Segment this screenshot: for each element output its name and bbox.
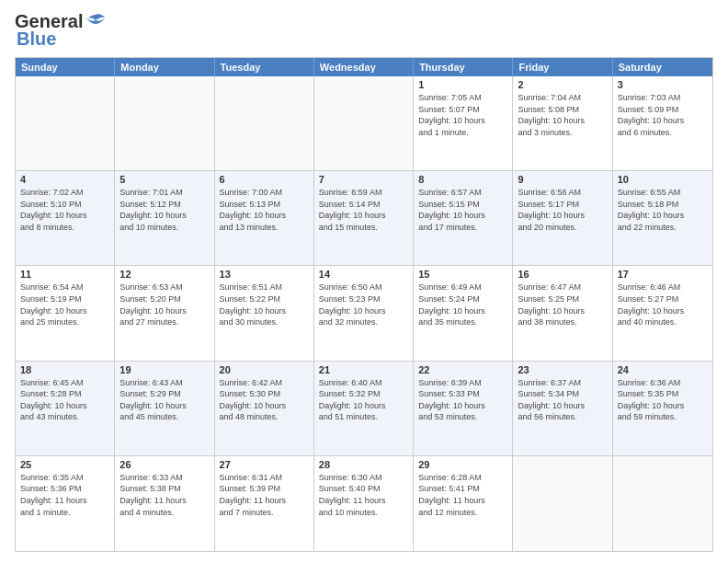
day-number: 28 xyxy=(319,459,408,470)
calendar-cell: 5Sunrise: 7:01 AM Sunset: 5:12 PM Daylig… xyxy=(115,171,214,265)
day-number: 22 xyxy=(418,364,507,375)
day-info: Sunrise: 6:49 AM Sunset: 5:24 PM Dayligh… xyxy=(418,282,507,327)
calendar-cell: 27Sunrise: 6:31 AM Sunset: 5:39 PM Dayli… xyxy=(215,456,314,551)
day-number: 9 xyxy=(518,174,607,185)
logo-blue: Blue xyxy=(17,29,56,50)
calendar-row: 25Sunrise: 6:35 AM Sunset: 5:36 PM Dayli… xyxy=(16,456,712,551)
day-info: Sunrise: 6:35 AM Sunset: 5:36 PM Dayligh… xyxy=(20,472,109,518)
day-number: 26 xyxy=(119,459,209,470)
day-info: Sunrise: 6:31 AM Sunset: 5:39 PM Dayligh… xyxy=(220,472,309,518)
day-info: Sunrise: 6:59 AM Sunset: 5:14 PM Dayligh… xyxy=(319,187,408,233)
day-info: Sunrise: 6:47 AM Sunset: 5:25 PM Dayligh… xyxy=(518,282,607,327)
day-number: 27 xyxy=(220,459,309,470)
day-number: 6 xyxy=(220,174,309,185)
header: General Blue xyxy=(15,11,713,50)
weekday-header: Wednesday xyxy=(314,58,414,76)
calendar-cell: 11Sunrise: 6:54 AM Sunset: 5:19 PM Dayli… xyxy=(16,266,115,360)
calendar-cell: 29Sunrise: 6:28 AM Sunset: 5:41 PM Dayli… xyxy=(414,456,513,551)
day-info: Sunrise: 6:28 AM Sunset: 5:41 PM Dayligh… xyxy=(418,472,507,518)
day-number: 5 xyxy=(119,174,209,185)
calendar-cell xyxy=(16,76,115,170)
calendar-cell: 20Sunrise: 6:42 AM Sunset: 5:30 PM Dayli… xyxy=(215,362,314,455)
calendar-cell: 7Sunrise: 6:59 AM Sunset: 5:14 PM Daylig… xyxy=(314,171,414,265)
day-info: Sunrise: 7:04 AM Sunset: 5:08 PM Dayligh… xyxy=(518,92,607,138)
day-number: 25 xyxy=(20,459,109,470)
day-number: 24 xyxy=(618,364,708,375)
calendar-cell: 6Sunrise: 7:00 AM Sunset: 5:13 PM Daylig… xyxy=(215,171,314,265)
day-info: Sunrise: 6:37 AM Sunset: 5:34 PM Dayligh… xyxy=(518,377,607,423)
day-info: Sunrise: 6:33 AM Sunset: 5:38 PM Dayligh… xyxy=(119,472,209,518)
weekday-header: Sunday xyxy=(16,58,115,76)
calendar-cell xyxy=(613,456,712,551)
calendar-cell xyxy=(115,76,214,170)
calendar-cell xyxy=(215,76,314,170)
day-info: Sunrise: 6:45 AM Sunset: 5:28 PM Dayligh… xyxy=(20,377,109,423)
weekday-header: Friday xyxy=(513,58,612,76)
day-info: Sunrise: 6:40 AM Sunset: 5:32 PM Dayligh… xyxy=(319,377,408,423)
day-info: Sunrise: 6:53 AM Sunset: 5:20 PM Dayligh… xyxy=(119,282,209,327)
calendar-row: 4Sunrise: 7:02 AM Sunset: 5:10 PM Daylig… xyxy=(16,171,712,266)
day-number: 21 xyxy=(319,364,408,375)
day-info: Sunrise: 6:51 AM Sunset: 5:22 PM Dayligh… xyxy=(220,282,309,327)
calendar-cell: 21Sunrise: 6:40 AM Sunset: 5:32 PM Dayli… xyxy=(314,362,414,455)
weekday-header: Monday xyxy=(115,58,214,76)
calendar-cell: 4Sunrise: 7:02 AM Sunset: 5:10 PM Daylig… xyxy=(16,171,115,265)
day-number: 16 xyxy=(518,269,607,280)
day-number: 4 xyxy=(20,174,109,185)
calendar-cell: 28Sunrise: 6:30 AM Sunset: 5:40 PM Dayli… xyxy=(314,456,414,551)
calendar-row: 1Sunrise: 7:05 AM Sunset: 5:07 PM Daylig… xyxy=(16,76,712,171)
weekday-header: Saturday xyxy=(613,58,712,76)
day-info: Sunrise: 6:50 AM Sunset: 5:23 PM Dayligh… xyxy=(319,282,408,327)
day-number: 17 xyxy=(618,269,708,280)
calendar-cell xyxy=(513,456,612,551)
calendar-row: 18Sunrise: 6:45 AM Sunset: 5:28 PM Dayli… xyxy=(16,362,712,456)
day-info: Sunrise: 6:57 AM Sunset: 5:15 PM Dayligh… xyxy=(418,187,507,233)
weekday-header: Tuesday xyxy=(215,58,314,76)
day-info: Sunrise: 6:55 AM Sunset: 5:18 PM Dayligh… xyxy=(618,187,708,233)
calendar-cell xyxy=(314,76,414,170)
calendar-cell: 26Sunrise: 6:33 AM Sunset: 5:38 PM Dayli… xyxy=(115,456,214,551)
calendar-cell: 23Sunrise: 6:37 AM Sunset: 5:34 PM Dayli… xyxy=(513,362,612,455)
day-info: Sunrise: 6:36 AM Sunset: 5:35 PM Dayligh… xyxy=(618,377,708,423)
day-info: Sunrise: 7:05 AM Sunset: 5:07 PM Dayligh… xyxy=(418,92,507,138)
calendar-cell: 15Sunrise: 6:49 AM Sunset: 5:24 PM Dayli… xyxy=(414,266,513,360)
calendar-cell: 12Sunrise: 6:53 AM Sunset: 5:20 PM Dayli… xyxy=(115,266,214,360)
day-number: 15 xyxy=(418,269,507,280)
day-info: Sunrise: 6:46 AM Sunset: 5:27 PM Dayligh… xyxy=(618,282,708,327)
day-info: Sunrise: 6:30 AM Sunset: 5:40 PM Dayligh… xyxy=(319,472,408,518)
calendar-cell: 18Sunrise: 6:45 AM Sunset: 5:28 PM Dayli… xyxy=(16,362,115,455)
calendar-cell: 9Sunrise: 6:56 AM Sunset: 5:17 PM Daylig… xyxy=(513,171,612,265)
day-info: Sunrise: 6:39 AM Sunset: 5:33 PM Dayligh… xyxy=(418,377,507,423)
day-number: 12 xyxy=(119,269,209,280)
calendar-cell: 2Sunrise: 7:04 AM Sunset: 5:08 PM Daylig… xyxy=(513,76,612,170)
calendar-cell: 14Sunrise: 6:50 AM Sunset: 5:23 PM Dayli… xyxy=(314,266,414,360)
day-info: Sunrise: 7:01 AM Sunset: 5:12 PM Dayligh… xyxy=(119,187,209,233)
day-number: 1 xyxy=(418,79,507,90)
day-number: 7 xyxy=(319,174,408,185)
calendar-row: 11Sunrise: 6:54 AM Sunset: 5:19 PM Dayli… xyxy=(16,266,712,361)
calendar-cell: 24Sunrise: 6:36 AM Sunset: 5:35 PM Dayli… xyxy=(613,362,712,455)
day-info: Sunrise: 6:43 AM Sunset: 5:29 PM Dayligh… xyxy=(119,377,209,423)
calendar-cell: 17Sunrise: 6:46 AM Sunset: 5:27 PM Dayli… xyxy=(613,266,712,360)
day-info: Sunrise: 7:02 AM Sunset: 5:10 PM Dayligh… xyxy=(20,187,109,233)
day-info: Sunrise: 6:56 AM Sunset: 5:17 PM Dayligh… xyxy=(518,187,607,233)
bird-icon xyxy=(85,13,107,31)
day-number: 3 xyxy=(618,79,708,90)
calendar-cell: 13Sunrise: 6:51 AM Sunset: 5:22 PM Dayli… xyxy=(215,266,314,360)
day-number: 2 xyxy=(518,79,607,90)
day-number: 8 xyxy=(418,174,507,185)
calendar-body: 1Sunrise: 7:05 AM Sunset: 5:07 PM Daylig… xyxy=(16,76,712,551)
day-number: 29 xyxy=(418,459,507,470)
day-number: 19 xyxy=(119,364,209,375)
day-number: 10 xyxy=(618,174,708,185)
calendar-cell: 16Sunrise: 6:47 AM Sunset: 5:25 PM Dayli… xyxy=(513,266,612,360)
page: General Blue SundayMondayTuesdayWednesda… xyxy=(0,0,728,563)
calendar-cell: 3Sunrise: 7:03 AM Sunset: 5:09 PM Daylig… xyxy=(613,76,712,170)
day-number: 11 xyxy=(20,269,109,280)
day-number: 14 xyxy=(319,269,408,280)
day-info: Sunrise: 7:03 AM Sunset: 5:09 PM Dayligh… xyxy=(618,92,708,138)
day-number: 23 xyxy=(518,364,607,375)
calendar-cell: 25Sunrise: 6:35 AM Sunset: 5:36 PM Dayli… xyxy=(16,456,115,551)
day-info: Sunrise: 6:42 AM Sunset: 5:30 PM Dayligh… xyxy=(220,377,309,423)
day-info: Sunrise: 7:00 AM Sunset: 5:13 PM Dayligh… xyxy=(220,187,309,233)
